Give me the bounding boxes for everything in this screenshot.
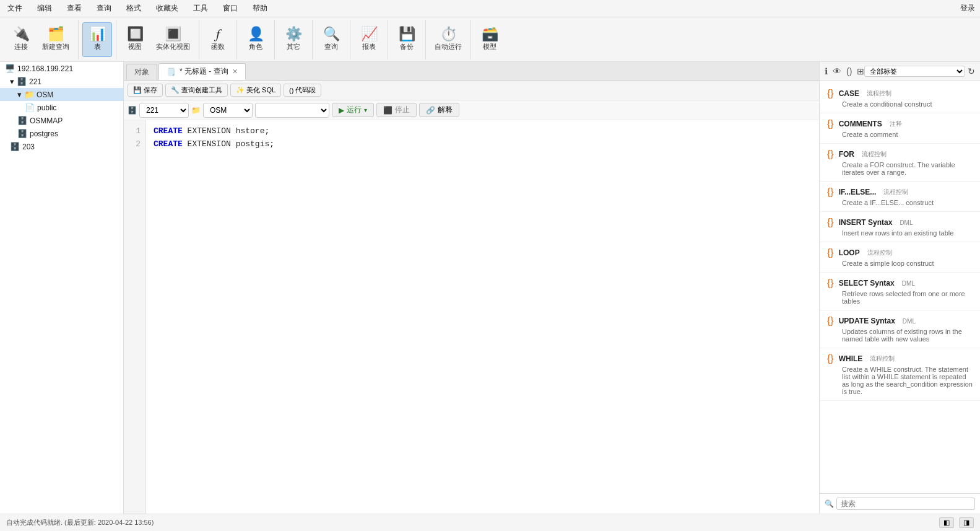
tab-query-icon: 🗒️ [167, 68, 176, 76]
right-panel: ℹ 👁 () ⊞ 全部标签 ↻ {} CASE 流程控制 Create a co… [819, 62, 980, 514]
refresh-icon[interactable]: ↻ [968, 66, 975, 76]
other-button[interactable]: ⚙️ 其它 [279, 22, 308, 57]
table-button[interactable]: 📊 表 [82, 22, 112, 57]
connect-icon: 🔌 [13, 27, 30, 41]
auto-run-button[interactable]: ⏱️ 自动运行 [430, 22, 467, 57]
tab-close-button[interactable]: ✕ [232, 68, 238, 76]
schema-select[interactable]: OSM [203, 103, 253, 118]
sidebar-item-postgres[interactable]: 🗄️ postgres [0, 127, 123, 140]
sidebar-item-osm[interactable]: ▾ 📁 OSM [0, 88, 123, 101]
sidebar-203-label: 203 [22, 143, 35, 151]
ifelse-title: IF...ELSE... [839, 188, 877, 196]
eye-icon[interactable]: 👁 [833, 66, 841, 76]
rp-item-select[interactable]: {} SELECT Syntax DML Retrieve rows selec… [820, 273, 980, 310]
menubar-items: 文件 编辑 查看 查询 格式 收藏夹 工具 窗口 帮助 [5, 2, 270, 15]
rp-item-comments[interactable]: {} COMMENTS 注释 Create a comment [820, 113, 980, 144]
query-button[interactable]: 🔍 查询 [316, 22, 346, 57]
statusbar: 自动完成代码就绪. (最后更新: 2020-04-22 13:56) ◧ ◨ [0, 514, 980, 531]
menu-window[interactable]: 窗口 [220, 2, 240, 15]
tab-query-label: * 无标题 - 查询 [180, 66, 228, 77]
rp-item-while-header: {} WHILE 流程控制 [827, 353, 973, 364]
rp-item-insert[interactable]: {} INSERT Syntax DML Insert new rows int… [820, 212, 980, 242]
loop-desc: Create a simple loop construct [842, 260, 973, 267]
login-button[interactable]: 登录 [960, 3, 975, 14]
report-button[interactable]: 📈 报表 [354, 22, 384, 57]
backup-button[interactable]: 💾 备份 [392, 22, 422, 57]
right-panel-header: ℹ 👁 () ⊞ 全部标签 ↻ [820, 62, 980, 81]
menu-view[interactable]: 查看 [64, 2, 84, 15]
sidebar-item-203[interactable]: 🗄️ 203 [0, 140, 123, 153]
code-editor[interactable]: 1 2 CREATE EXTENSION hstore; CREATE EXTE… [124, 120, 819, 514]
public-icon: 📄 [25, 103, 35, 112]
connect-button[interactable]: 🔌 连接 [6, 22, 36, 57]
rp-item-while[interactable]: {} WHILE 流程控制 Create a WHILE construct. … [820, 348, 980, 401]
save-button[interactable]: 💾 保存 [128, 84, 163, 97]
explain-label: 解释 [438, 105, 453, 115]
run-button[interactable]: ▶ 运行 ▾ [332, 103, 374, 117]
database-select[interactable]: 221 [139, 103, 189, 118]
rp-item-case[interactable]: {} CASE 流程控制 Create a conditional constr… [820, 83, 980, 113]
menu-file[interactable]: 文件 [5, 2, 25, 15]
schema-icon: 📁 [24, 90, 34, 99]
code-line-2: CREATE EXTENSION postgis; [154, 138, 812, 151]
code-icon[interactable]: () [846, 66, 852, 76]
toolbar-group-model: 🗃️ 模型 [471, 20, 508, 59]
model-button[interactable]: 🗃️ 模型 [475, 22, 505, 57]
grid-icon[interactable]: ⊞ [857, 66, 864, 76]
tab-query[interactable]: 🗒️ * 无标题 - 查询 ✕ [158, 63, 246, 80]
query-label: 查询 [324, 42, 338, 51]
other-label: 其它 [287, 42, 300, 51]
explain-button[interactable]: 🔗 解释 [419, 103, 459, 117]
tab-object[interactable]: 对象 [126, 64, 157, 80]
rp-item-case-header: {} CASE 流程控制 [827, 88, 973, 99]
role-button[interactable]: 👤 角色 [241, 22, 271, 57]
menu-edit[interactable]: 编辑 [35, 2, 54, 15]
database-icon: 🗄️ [17, 77, 27, 86]
beautify-sql-button[interactable]: ✨ 美化 SQL [230, 84, 281, 97]
new-query-button[interactable]: 🗂️ 新建查询 [37, 22, 74, 57]
stop-icon: ⬛ [383, 106, 392, 115]
query-create-tool-button[interactable]: 🔧 查询创建工具 [165, 84, 228, 97]
while-icon: {} [827, 353, 834, 364]
filter-select[interactable]: 全部标签 [864, 66, 965, 77]
info-icon[interactable]: ℹ [825, 66, 828, 76]
update-desc: Updates columns of existing rows in the … [842, 328, 973, 343]
server-icon: 🖥️ [5, 64, 15, 73]
sidebar-item-db221[interactable]: ▾ 🗄️ 221 [0, 75, 123, 88]
stop-button[interactable]: ⬛ 停止 [376, 103, 417, 117]
code-content[interactable]: CREATE EXTENSION hstore; CREATE EXTENSIO… [146, 120, 819, 514]
sidebar-public-label: public [37, 103, 56, 112]
chevron-down-icon: ▾ [10, 77, 14, 86]
statusbar-btn-right[interactable]: ◨ [959, 517, 974, 528]
function-button[interactable]: 𝑓 函数 [203, 22, 233, 57]
code-segment-button[interactable]: () 代码段 [284, 84, 321, 97]
rp-item-insert-header: {} INSERT Syntax DML [827, 217, 973, 228]
statusbar-btn-left[interactable]: ◧ [939, 517, 954, 528]
code-line-1: CREATE EXTENSION hstore; [154, 125, 812, 138]
materialized-view-button[interactable]: 🔳 实体化视图 [151, 22, 195, 57]
rp-item-comments-header: {} COMMENTS 注释 [827, 118, 973, 129]
rp-item-for[interactable]: {} FOR 流程控制 Create a FOR construct. The … [820, 144, 980, 182]
view-button[interactable]: 🔲 视图 [120, 22, 150, 57]
toolbar-group-other: ⚙️ 其它 [275, 20, 313, 59]
new-query-label: 新建查询 [42, 42, 69, 51]
right-panel-search: 🔍 [820, 493, 980, 514]
statusbar-right: ◧ ◨ [939, 517, 974, 528]
rp-item-loop[interactable]: {} LOOP 流程控制 Create a simple loop constr… [820, 242, 980, 273]
menu-favorites[interactable]: 收藏夹 [154, 2, 181, 15]
code-segment-icon: () [289, 87, 293, 94]
sidebar-item-public[interactable]: 📄 public [0, 101, 123, 114]
menu-query[interactable]: 查询 [94, 2, 114, 15]
comments-title: COMMENTS [839, 120, 882, 128]
menu-format[interactable]: 格式 [124, 2, 144, 15]
rp-item-update[interactable]: {} UPDATE Syntax DML Updates columns of … [820, 310, 980, 348]
insert-icon: {} [827, 217, 834, 228]
menu-tools[interactable]: 工具 [191, 2, 210, 15]
search-input[interactable] [836, 498, 975, 510]
sidebar-item-osmmap[interactable]: 🗄️ OSMMAP [0, 114, 123, 127]
rp-item-ifelse[interactable]: {} IF...ELSE... 流程控制 Create a IF...ELSE.… [820, 182, 980, 212]
query-toolbar: 💾 保存 🔧 查询创建工具 ✨ 美化 SQL () 代码段 [124, 81, 819, 100]
menu-help[interactable]: 帮助 [250, 2, 270, 15]
extra-select[interactable] [255, 103, 329, 118]
sidebar-item-server[interactable]: 🖥️ 192.168.199.221 [0, 62, 123, 75]
